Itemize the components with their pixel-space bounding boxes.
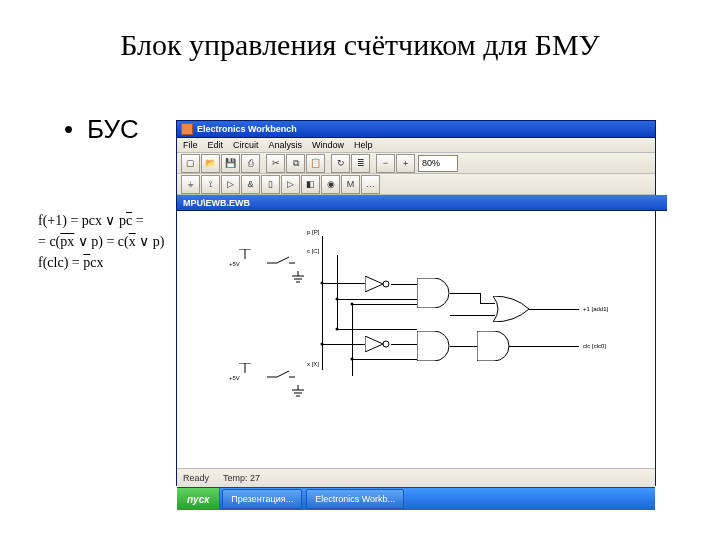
svg-line-6 <box>277 257 289 263</box>
node <box>351 358 354 361</box>
menubar[interactable]: File Edit Circuit Analysis Window Help <box>177 138 655 153</box>
label-c: c [C] <box>307 248 319 254</box>
vcc-icon-2 <box>239 363 251 381</box>
tool-cut-icon[interactable]: ✂ <box>266 154 285 173</box>
parts-basic-icon[interactable]: ⟟ <box>201 175 220 194</box>
node <box>336 328 339 331</box>
menu-circuit[interactable]: Circuit <box>233 140 259 150</box>
zoom-field[interactable]: 80% <box>418 155 458 172</box>
svg-marker-21 <box>365 336 383 352</box>
svg-point-20 <box>383 281 389 287</box>
svg-line-9 <box>277 371 289 377</box>
formula-line-3: f(clc) = pcx <box>38 252 164 273</box>
titlebar-text: Electronics Workbench <box>197 124 297 134</box>
tool-rotate-icon[interactable]: ↻ <box>331 154 350 173</box>
ground-icon-1 <box>292 271 304 283</box>
parts-misc-icon[interactable]: … <box>361 175 380 194</box>
tool-props-icon[interactable]: ≣ <box>351 154 370 173</box>
parts-meter-icon[interactable]: M <box>341 175 360 194</box>
tool-open-icon[interactable]: 📂 <box>201 154 220 173</box>
formula-block: f(+1) = pcx ∨ pc = = c(px ∨ p) = c(x ∨ p… <box>38 210 164 273</box>
menu-window[interactable]: Window <box>312 140 344 150</box>
titlebar: Electronics Workbench <box>177 121 655 138</box>
toolbar: ▢ 📂 💾 ⎙ ✂ ⧉ 📋 ↻ ≣ − ＋ 80% <box>177 153 655 174</box>
tool-paste-icon[interactable]: 📋 <box>306 154 325 173</box>
not-gate-1 <box>365 276 391 292</box>
label-out-add1: +1 [add1] <box>583 306 608 312</box>
node <box>321 343 324 346</box>
status-ready: Ready <box>183 473 209 483</box>
parts-ic-icon[interactable]: ▯ <box>261 175 280 194</box>
taskbar-button-1[interactable]: Презентация... <box>222 489 302 509</box>
tool-new-icon[interactable]: ▢ <box>181 154 200 173</box>
svg-point-22 <box>383 341 389 347</box>
node <box>336 298 339 301</box>
node <box>321 282 324 285</box>
label-p: p [P] <box>307 229 319 235</box>
bullet-row: •БУС <box>64 114 139 145</box>
parts-analog-icon[interactable]: ▷ <box>281 175 300 194</box>
app-icon <box>181 123 193 135</box>
switch-2 <box>267 369 295 381</box>
menu-edit[interactable]: Edit <box>208 140 224 150</box>
label-out-clc: clc [clc0] <box>583 343 606 349</box>
start-button[interactable]: пуск <box>177 488 220 510</box>
parts-toolbar: ⏚ ⟟ ▷ & ▯ ▷ ◧ ◉ M … <box>177 174 655 195</box>
and-gate-1 <box>417 278 451 308</box>
bullet-dot: • <box>64 114 87 144</box>
node <box>351 303 354 306</box>
formula-line-2: = c(px ∨ p) = c(x ∨ p) <box>38 231 164 252</box>
not-gate-2 <box>365 336 391 352</box>
menu-analysis[interactable]: Analysis <box>269 140 303 150</box>
ground-icon-2 <box>292 385 304 397</box>
taskbar: пуск Презентация... Electronics Workb... <box>177 487 655 510</box>
tool-print-icon[interactable]: ⎙ <box>241 154 260 173</box>
tool-save-icon[interactable]: 💾 <box>221 154 240 173</box>
parts-gate-icon[interactable]: & <box>241 175 260 194</box>
label-x: x [X] <box>307 361 319 367</box>
svg-marker-19 <box>365 276 383 292</box>
schematic-canvas[interactable]: p [P] c [C] x [X] +5V +5V <box>177 211 655 468</box>
menu-file[interactable]: File <box>183 140 198 150</box>
and-gate-3 <box>477 331 511 361</box>
parts-mixed-icon[interactable]: ◧ <box>301 175 320 194</box>
tool-zoomin-icon[interactable]: ＋ <box>396 154 415 173</box>
status-temp: Temp: 27 <box>223 473 260 483</box>
or-gate <box>493 296 529 322</box>
document-tab[interactable]: MPU\EWB.EWB <box>177 195 667 211</box>
slide-title: Блок управления счётчиком для БМУ <box>0 28 720 62</box>
tool-zoomout-icon[interactable]: − <box>376 154 395 173</box>
parts-diodes-icon[interactable]: ▷ <box>221 175 240 194</box>
formula-line-1: f(+1) = pcx ∨ pc = <box>38 210 164 231</box>
parts-sources-icon[interactable]: ⏚ <box>181 175 200 194</box>
parts-indic-icon[interactable]: ◉ <box>321 175 340 194</box>
tool-copy-icon[interactable]: ⧉ <box>286 154 305 173</box>
app-window: Electronics Workbench File Edit Circuit … <box>176 120 656 486</box>
switch-1 <box>267 255 295 267</box>
bullet-text: БУС <box>87 114 139 144</box>
statusbar: Ready Temp: 27 <box>177 468 655 487</box>
taskbar-button-2[interactable]: Electronics Workb... <box>306 489 404 509</box>
menu-help[interactable]: Help <box>354 140 373 150</box>
and-gate-2 <box>417 331 451 361</box>
vcc-icon-1 <box>239 249 251 267</box>
